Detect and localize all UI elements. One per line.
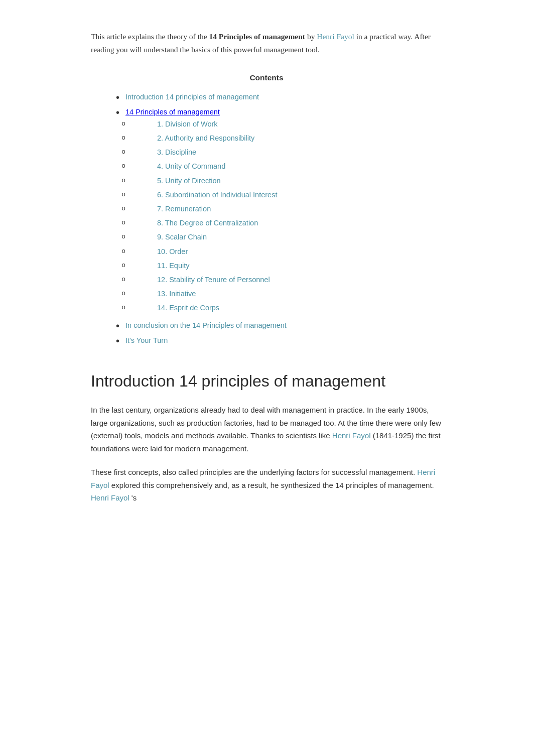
sub-link-13[interactable]: 13. Initiative xyxy=(137,288,196,300)
sub-bullet-7: o xyxy=(116,203,131,214)
sub-bullet-10: o xyxy=(116,246,131,257)
body-p2-link-henri-fayol-2[interactable]: Henri Fayol xyxy=(91,493,129,502)
sub-item-14: o 14. Esprit de Corps xyxy=(116,302,417,314)
sub-link-4[interactable]: 4. Unity of Command xyxy=(137,161,225,172)
sub-item-13: o 13. Initiative xyxy=(116,288,417,300)
sub-bullet-5: o xyxy=(116,175,131,186)
intro-bold: 14 Principles of management xyxy=(209,32,305,41)
sub-link-11[interactable]: 11. Equity xyxy=(137,260,190,272)
sub-item-3: o 3. Discipline xyxy=(116,147,417,158)
sub-link-1[interactable]: 1. Division of Work xyxy=(137,118,218,130)
sub-bullet-14: o xyxy=(116,302,131,313)
body-paragraph-1: In the last century, organizations alrea… xyxy=(91,404,442,455)
sub-item-9: o 9. Scalar Chain xyxy=(116,231,417,243)
sub-bullet-6: o xyxy=(116,189,131,200)
sub-bullet-3: o xyxy=(116,147,131,157)
page-container: This article explains the theory of the … xyxy=(71,0,462,546)
contents-item-3: • In conclusion on the 14 Principles of … xyxy=(116,320,417,332)
contents-link-intro[interactable]: Introduction 14 principles of management xyxy=(125,91,259,103)
sub-item-4: o 4. Unity of Command xyxy=(116,161,417,172)
bullet-4: • xyxy=(116,335,119,347)
sub-link-9[interactable]: 9. Scalar Chain xyxy=(137,231,207,243)
body-p2-text-before: These first concepts, also called princi… xyxy=(91,468,417,476)
contents-link-conclusion[interactable]: In conclusion on the 14 Principles of ma… xyxy=(125,320,287,331)
sub-link-6[interactable]: 6. Subordination of Individual Interest xyxy=(137,189,277,201)
bullet-2: • xyxy=(116,106,119,118)
sub-link-2[interactable]: 2. Authority and Responsibility xyxy=(137,133,254,144)
sub-bullet-8: o xyxy=(116,217,131,228)
intro-link-henri-fayol[interactable]: Henri Fayol xyxy=(317,32,354,41)
intro-paragraph: This article explains the theory of the … xyxy=(91,30,442,56)
contents-link-your-turn[interactable]: It's Your Turn xyxy=(125,335,168,346)
sub-item-2: o 2. Authority and Responsibility xyxy=(116,133,417,144)
body-p2-text-after: 's xyxy=(129,493,137,502)
sub-link-10[interactable]: 10. Order xyxy=(137,246,188,258)
body-p2-text-middle: explored this comprehensively and, as a … xyxy=(109,481,434,489)
sub-link-8[interactable]: 8. The Degree of Centralization xyxy=(137,217,258,229)
sub-link-12[interactable]: 12. Stability of Tenure of Personnel xyxy=(137,274,270,286)
sub-link-7[interactable]: 7. Remuneration xyxy=(137,203,211,215)
sub-item-11: o 11. Equity xyxy=(116,260,417,272)
sub-bullet-4: o xyxy=(116,161,131,171)
intro-text-by: by xyxy=(305,32,317,41)
contents-link-principles[interactable]: 14 Principles of management xyxy=(125,106,220,118)
sub-link-14[interactable]: 14. Esprit de Corps xyxy=(137,302,219,314)
sub-item-8: o 8. The Degree of Centralization xyxy=(116,217,417,229)
sub-bullet-12: o xyxy=(116,274,131,285)
intro-text-before: This article explains the theory of the xyxy=(91,32,209,41)
contents-item-2: • 14 Principles of management o 1. Divis… xyxy=(116,106,417,317)
contents-item-4: • It's Your Turn xyxy=(116,335,417,347)
sub-bullet-13: o xyxy=(116,288,131,299)
bullet-1: • xyxy=(116,91,119,103)
sub-bullet-9: o xyxy=(116,231,131,242)
section1-heading: Introduction 14 principles of management xyxy=(91,371,442,392)
sub-link-3[interactable]: 3. Discipline xyxy=(137,147,196,158)
sub-item-6: o 6. Subordination of Individual Interes… xyxy=(116,189,417,201)
contents-box: Contents • Introduction 14 principles of… xyxy=(116,72,417,346)
sub-bullet-2: o xyxy=(116,133,131,143)
sub-link-5[interactable]: 5. Unity of Direction xyxy=(137,175,221,187)
sub-list-principles: o 1. Division of Work o 2. Authority and… xyxy=(116,118,417,317)
bullet-3: • xyxy=(116,320,119,332)
contents-title: Contents xyxy=(116,72,417,84)
body-paragraph-2: These first concepts, also called princi… xyxy=(91,466,442,505)
contents-list: • Introduction 14 principles of manageme… xyxy=(116,91,417,347)
sub-item-10: o 10. Order xyxy=(116,246,417,258)
sub-item-1: o 1. Division of Work xyxy=(116,118,417,130)
sub-bullet-1: o xyxy=(116,118,131,129)
body-p1-link-henri-fayol[interactable]: Henri Fayol xyxy=(332,431,371,440)
sub-item-7: o 7. Remuneration xyxy=(116,203,417,215)
sub-bullet-11: o xyxy=(116,260,131,271)
contents-item-1: • Introduction 14 principles of manageme… xyxy=(116,91,417,103)
sub-item-12: o 12. Stability of Tenure of Personnel xyxy=(116,274,417,286)
sub-item-5: o 5. Unity of Direction xyxy=(116,175,417,187)
